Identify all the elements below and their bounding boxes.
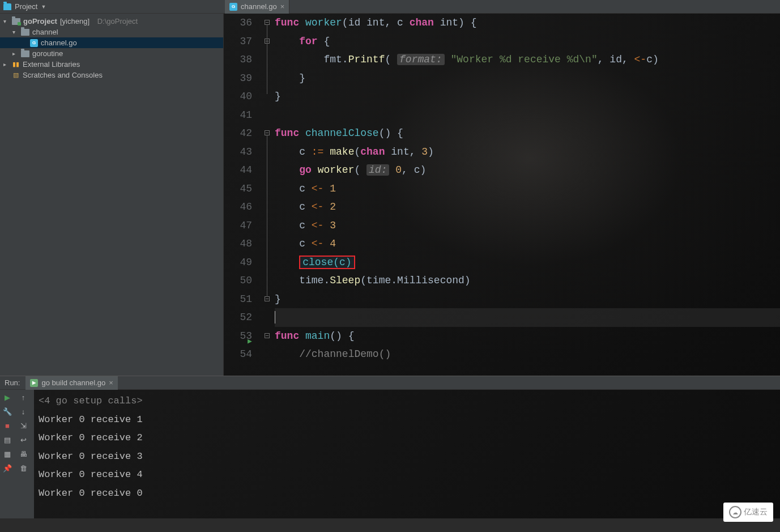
go-file-icon: G <box>229 3 237 11</box>
folder-icon <box>21 50 29 57</box>
tree-external-libraries[interactable]: ▸ ▮▮ External Libraries <box>0 59 223 70</box>
run-config-tab[interactable]: ▶ go build channel.go × <box>25 376 117 390</box>
editor-tabstrip: G channel.go × <box>224 0 780 14</box>
tree-folder-channel[interactable]: ▾ channel <box>0 27 223 37</box>
run-config-icon: ▶ <box>30 379 38 387</box>
tree-root[interactable]: ▾ goProject [yicheng] D:\goProject <box>0 16 223 27</box>
project-tree[interactable]: ▾ goProject [yicheng] D:\goProject ▾ cha… <box>0 14 223 80</box>
go-file-icon: G <box>30 39 38 47</box>
tab-label: channel.go <box>241 2 277 11</box>
folder-icon <box>21 29 29 36</box>
watermark: ☁ 亿速云 <box>723 503 773 522</box>
project-sidebar: ▾ goProject [yicheng] D:\goProject ▾ cha… <box>0 14 224 376</box>
project-icon <box>3 3 11 10</box>
cloud-logo-icon: ☁ <box>729 506 741 518</box>
run-config-label: go build channel.go <box>41 378 105 387</box>
chevron-down-icon[interactable]: ▾ <box>3 18 9 24</box>
chevron-down-icon[interactable]: ▼ <box>41 4 46 10</box>
stop-icon[interactable]: ■ <box>2 420 12 431</box>
line-gutter[interactable]: 3637383940414243444546474849505152▶5354 <box>224 14 263 364</box>
library-icon: ▮▮ <box>12 61 20 69</box>
folder-icon <box>12 18 20 25</box>
trash-icon[interactable]: 🗑 <box>18 463 28 473</box>
down-icon[interactable]: ↓ <box>18 406 28 416</box>
run-output[interactable]: <4 go setup calls>Worker 0 receive 1Work… <box>34 390 780 518</box>
scratch-icon: ▧ <box>12 71 20 79</box>
close-tab-icon[interactable]: × <box>280 2 285 11</box>
tree-folder-goroutine[interactable]: ▸ goroutine <box>0 48 223 59</box>
wrench-icon[interactable]: 🔧 <box>2 406 12 416</box>
pin-icon[interactable]: 📌 <box>2 463 12 473</box>
layout2-icon[interactable]: ▦ <box>2 449 12 459</box>
chevron-down-icon[interactable]: ▾ <box>12 29 18 35</box>
code-area[interactable]: func worker(id int, c chan int) { for { … <box>275 14 780 364</box>
tree-file-channel-go[interactable]: G channel.go <box>0 37 223 48</box>
close-run-tab-icon[interactable]: × <box>109 378 113 387</box>
up-icon[interactable]: ↑ <box>18 392 28 402</box>
layout-icon[interactable]: ▤ <box>2 435 12 445</box>
project-dropdown[interactable]: Project <box>15 2 37 11</box>
chevron-right-icon[interactable]: ▸ <box>12 50 18 57</box>
editor[interactable]: 3637383940414243444546474849505152▶5354 … <box>224 14 780 376</box>
export-icon[interactable]: ⇲ <box>18 420 28 431</box>
tree-scratches[interactable]: ▧ Scratches and Consoles <box>0 70 223 80</box>
run-toolbar: ▶ 🔧 ■ ▤ ▦ 📌 ↑ ↓ ⇲ ↩ 🖶 🗑 <box>0 390 34 518</box>
print-icon[interactable]: 🖶 <box>18 449 28 459</box>
rerun-icon[interactable]: ▶ <box>2 392 12 402</box>
editor-tab-channel[interactable]: G channel.go × <box>225 0 289 14</box>
run-panel: Run: ▶ go build channel.go × ▶ 🔧 ■ ▤ ▦ 📌… <box>0 376 780 518</box>
run-panel-label: Run: <box>5 378 20 387</box>
chevron-right-icon[interactable]: ▸ <box>3 61 9 67</box>
soft-wrap-icon[interactable]: ↩ <box>18 435 28 445</box>
